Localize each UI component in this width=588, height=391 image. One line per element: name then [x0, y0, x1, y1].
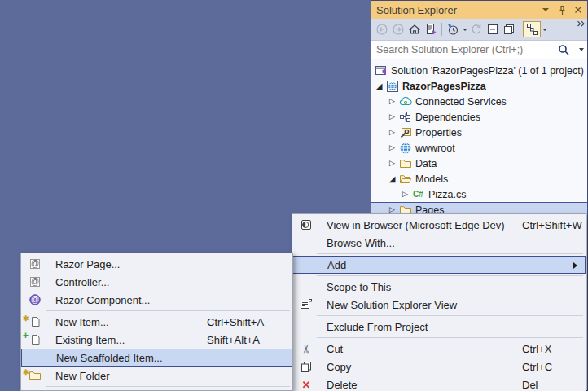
tree-item-properties[interactable]: ▷ Properties [371, 125, 587, 140]
window-position-icon[interactable] [541, 4, 551, 15]
shortcut-label: Ctrl+Shift+W [522, 219, 582, 231]
menu-item-view-in-browser[interactable]: View in Browser (Microsoft Edge Dev) Ctr… [292, 216, 586, 234]
menu-item-controller[interactable]: @ Controller... [21, 273, 292, 291]
razor-page-icon: @ [24, 257, 46, 271]
menu-item-existing-item[interactable]: Existing Item... Shift+Alt+A [21, 331, 292, 349]
panel-titlebar[interactable]: Solution Explorer [371, 1, 587, 19]
connected-services-icon [398, 95, 412, 108]
tree-item-label: Properties [415, 127, 462, 138]
tree-item-solution[interactable]: Solution 'RazorPagesPizza' (1 of 1 proje… [371, 63, 587, 78]
folder-open-icon [398, 173, 412, 186]
sync-with-active-document-icon[interactable] [523, 21, 541, 37]
search-dropdown-icon[interactable] [576, 48, 587, 51]
home-icon[interactable] [406, 21, 423, 37]
tree-item-wwwroot[interactable]: ▷ wwwroot [371, 140, 587, 156]
collapsed-arrow-icon[interactable]: ▷ [386, 125, 398, 140]
dependencies-icon [398, 111, 412, 124]
menu-item-scope-to-this[interactable]: Scope to This [292, 278, 586, 296]
copy-icon [296, 359, 317, 374]
new-folder-icon [24, 368, 46, 383]
shortcut-label: Ctrl+C [522, 361, 552, 373]
menu-item-delete[interactable]: Delete Del [292, 376, 586, 391]
tree-item-label: Data [415, 158, 437, 169]
toolbar-overflow-icon[interactable] [577, 20, 586, 28]
collapse-all-icon[interactable] [485, 21, 501, 37]
menu-item-new-solution-explorer-view[interactable]: New Solution Explorer View [292, 296, 586, 314]
close-icon[interactable] [573, 4, 583, 15]
tree-item-label: RazorPagesPizza [402, 81, 486, 92]
tree-item-pizza-cs[interactable]: ▷ C# Pizza.cs [371, 187, 587, 202]
collapsed-arrow-icon[interactable]: ▷ [386, 140, 398, 156]
tree-item-label: Connected Services [415, 96, 507, 108]
refresh-icon[interactable] [468, 21, 485, 37]
pending-changes-dropdown-icon[interactable] [461, 21, 468, 37]
solution-tree: Solution 'RazorPagesPizza' (1 of 1 proje… [371, 59, 587, 217]
globe-icon [398, 142, 412, 155]
search-box [371, 41, 587, 59]
menu-separator [46, 310, 290, 311]
menu-item-exclude-from-project[interactable]: Exclude From Project [292, 318, 586, 336]
submenu-arrow-icon [573, 262, 577, 269]
collapsed-arrow-icon[interactable]: ▷ [386, 109, 398, 125]
tree-item-dependencies[interactable]: ▷ Dependencies [371, 109, 587, 125]
properties-icon [398, 126, 412, 139]
menu-item-cut[interactable]: Cut Ctrl+X [292, 340, 586, 358]
menu-item-razor-page[interactable]: @ Razor Page... [21, 255, 292, 273]
controller-icon: @ [24, 275, 46, 289]
collapsed-arrow-icon[interactable]: ▷ [399, 187, 411, 202]
menu-item-razor-component[interactable]: @ Razor Component... [21, 291, 292, 309]
menu-separator [317, 253, 583, 254]
expanded-arrow-icon[interactable]: ◢ [373, 78, 385, 94]
forward-icon[interactable] [390, 21, 406, 37]
shortcut-label: Del [522, 379, 538, 391]
pin-icon[interactable] [557, 4, 567, 15]
menu-item-new-item[interactable]: New Item... Ctrl+Shift+A [21, 313, 292, 331]
existing-item-icon [24, 332, 46, 347]
pending-changes-filter-icon[interactable] [445, 21, 461, 37]
menu-separator [317, 275, 583, 276]
svg-text:@: @ [31, 259, 39, 268]
add-submenu: @ Razor Page... @ Controller... @ Razo [20, 253, 293, 391]
tree-item-label: Models [415, 174, 448, 185]
menu-separator [317, 337, 583, 338]
svg-text:@: @ [31, 295, 39, 304]
svg-text:@: @ [31, 277, 39, 286]
razor-component-icon: @ [24, 292, 46, 307]
shortcut-label: Ctrl+X [522, 343, 551, 355]
toolbar-separator [520, 23, 520, 36]
delete-icon [296, 377, 317, 391]
tree-item-label: Dependencies [415, 112, 480, 123]
solution-icon [374, 64, 388, 77]
web-project-icon [385, 80, 399, 93]
collapsed-arrow-icon[interactable]: ▷ [386, 94, 398, 109]
back-icon[interactable] [374, 21, 390, 37]
panel-title: Solution Explorer [376, 4, 541, 16]
collapsed-arrow-icon[interactable]: ▷ [386, 156, 398, 171]
tree-item-models[interactable]: ◢ Models [371, 171, 587, 187]
view-in-browser-icon [296, 217, 317, 232]
tree-item-label: Solution 'RazorPagesPizza' (1 of 1 proje… [391, 65, 584, 77]
tree-item-data[interactable]: ▷ Data [371, 156, 587, 171]
menu-item-copy[interactable]: Copy Ctrl+C [292, 358, 586, 376]
tree-item-label: wwwroot [415, 143, 455, 154]
expanded-arrow-icon[interactable]: ◢ [386, 171, 398, 187]
search-input[interactable] [371, 44, 558, 55]
new-solution-explorer-view-icon [296, 297, 317, 312]
tree-item-project[interactable]: ◢ RazorPagesPizza [371, 78, 587, 94]
tree-item-connected-services[interactable]: ▷ Connected Services [371, 94, 587, 109]
csharp-icon: C# [411, 188, 425, 201]
show-all-files-icon[interactable] [501, 21, 517, 37]
new-item-icon [24, 314, 46, 329]
folder-icon [398, 157, 412, 170]
switch-views-icon[interactable] [423, 21, 439, 37]
shortcut-label: Ctrl+Shift+A [207, 316, 264, 328]
toolbar-separator [441, 23, 442, 36]
sync-dropdown-icon[interactable] [541, 21, 548, 37]
menu-item-browse-with[interactable]: Browse With... [292, 234, 586, 252]
menu-item-add[interactable]: Add [292, 256, 586, 274]
menu-item-new-folder[interactable]: New Folder [21, 367, 292, 384]
menu-item-new-scaffolded-item[interactable]: New Scaffolded Item... [21, 349, 292, 367]
context-menu: View in Browser (Microsoft Edge Dev) Ctr… [292, 213, 586, 391]
cut-icon [296, 341, 317, 356]
search-icon[interactable] [558, 44, 570, 56]
